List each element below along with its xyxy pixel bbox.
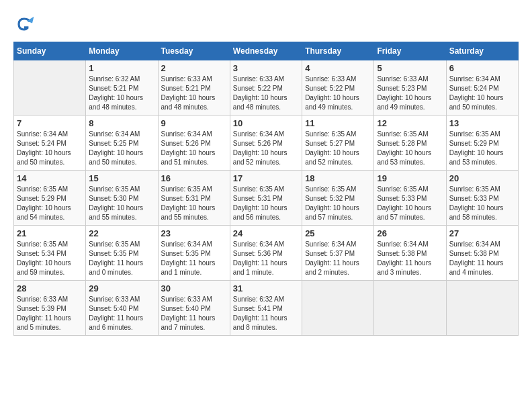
calendar-week-row: 7Sunrise: 6:34 AMSunset: 5:24 PMDaylight… — [14, 116, 519, 171]
calendar-cell: 21Sunrise: 6:35 AMSunset: 5:34 PMDayligh… — [14, 226, 86, 281]
day-info: Sunrise: 6:35 AMSunset: 5:31 PMDaylight:… — [233, 185, 299, 222]
day-number: 26 — [377, 228, 443, 238]
day-number: 18 — [305, 173, 371, 183]
weekday-row: SundayMondayTuesdayWednesdayThursdayFrid… — [14, 42, 519, 60]
calendar-cell — [14, 60, 86, 116]
calendar-cell: 14Sunrise: 6:35 AMSunset: 5:29 PMDayligh… — [14, 171, 86, 226]
day-number: 8 — [89, 118, 154, 128]
day-info: Sunrise: 6:35 AMSunset: 5:34 PMDaylight:… — [17, 240, 83, 277]
calendar-cell: 6Sunrise: 6:34 AMSunset: 5:24 PMDaylight… — [446, 60, 518, 116]
calendar-cell: 18Sunrise: 6:35 AMSunset: 5:32 PMDayligh… — [302, 171, 374, 226]
day-number: 5 — [377, 63, 443, 73]
day-number: 9 — [161, 118, 227, 128]
day-info: Sunrise: 6:33 AMSunset: 5:40 PMDaylight:… — [161, 295, 227, 332]
calendar-week-row: 14Sunrise: 6:35 AMSunset: 5:29 PMDayligh… — [14, 171, 519, 226]
day-number: 31 — [233, 283, 299, 293]
day-info: Sunrise: 6:32 AMSunset: 5:21 PMDaylight:… — [89, 75, 154, 112]
calendar-cell: 4Sunrise: 6:33 AMSunset: 5:22 PMDaylight… — [302, 60, 374, 116]
day-info: Sunrise: 6:33 AMSunset: 5:39 PMDaylight:… — [17, 295, 83, 332]
day-info: Sunrise: 6:33 AMSunset: 5:21 PMDaylight:… — [161, 75, 227, 112]
calendar-cell: 9Sunrise: 6:34 AMSunset: 5:26 PMDaylight… — [158, 116, 230, 171]
day-info: Sunrise: 6:33 AMSunset: 5:40 PMDaylight:… — [89, 295, 154, 332]
day-number: 25 — [305, 228, 371, 238]
day-number: 20 — [449, 173, 515, 183]
logo — [13, 13, 38, 35]
day-info: Sunrise: 6:34 AMSunset: 5:26 PMDaylight:… — [161, 130, 227, 167]
calendar-cell: 8Sunrise: 6:34 AMSunset: 5:25 PMDaylight… — [86, 116, 158, 171]
calendar-cell: 23Sunrise: 6:34 AMSunset: 5:35 PMDayligh… — [158, 226, 230, 281]
day-info: Sunrise: 6:34 AMSunset: 5:38 PMDaylight:… — [449, 240, 515, 277]
day-number: 15 — [89, 173, 154, 183]
day-info: Sunrise: 6:32 AMSunset: 5:41 PMDaylight:… — [233, 295, 299, 332]
day-info: Sunrise: 6:33 AMSunset: 5:22 PMDaylight:… — [305, 75, 371, 112]
day-info: Sunrise: 6:35 AMSunset: 5:27 PMDaylight:… — [305, 130, 371, 167]
day-number: 3 — [233, 63, 299, 73]
day-number: 27 — [449, 228, 515, 238]
calendar-cell: 22Sunrise: 6:35 AMSunset: 5:35 PMDayligh… — [86, 226, 158, 281]
day-number: 21 — [17, 228, 83, 238]
day-number: 28 — [17, 283, 83, 293]
day-number: 14 — [17, 173, 83, 183]
day-info: Sunrise: 6:34 AMSunset: 5:24 PMDaylight:… — [449, 75, 515, 112]
day-info: Sunrise: 6:35 AMSunset: 5:28 PMDaylight:… — [377, 130, 443, 167]
day-info: Sunrise: 6:35 AMSunset: 5:33 PMDaylight:… — [377, 185, 443, 222]
weekday-header: Tuesday — [158, 42, 230, 60]
header — [13, 13, 519, 35]
calendar-cell — [302, 281, 374, 336]
calendar-cell: 27Sunrise: 6:34 AMSunset: 5:38 PMDayligh… — [446, 226, 518, 281]
day-info: Sunrise: 6:35 AMSunset: 5:31 PMDaylight:… — [161, 185, 227, 222]
day-number: 10 — [233, 118, 299, 128]
calendar-cell: 13Sunrise: 6:35 AMSunset: 5:29 PMDayligh… — [446, 116, 518, 171]
day-number: 6 — [449, 63, 515, 73]
day-number: 7 — [17, 118, 83, 128]
calendar-body: 1Sunrise: 6:32 AMSunset: 5:21 PMDaylight… — [14, 60, 519, 336]
day-info: Sunrise: 6:35 AMSunset: 5:32 PMDaylight:… — [305, 185, 371, 222]
calendar-cell: 25Sunrise: 6:34 AMSunset: 5:37 PMDayligh… — [302, 226, 374, 281]
day-number: 11 — [305, 118, 371, 128]
day-info: Sunrise: 6:34 AMSunset: 5:25 PMDaylight:… — [89, 130, 154, 167]
calendar-cell: 7Sunrise: 6:34 AMSunset: 5:24 PMDaylight… — [14, 116, 86, 171]
day-info: Sunrise: 6:34 AMSunset: 5:37 PMDaylight:… — [305, 240, 371, 277]
calendar-week-row: 28Sunrise: 6:33 AMSunset: 5:39 PMDayligh… — [14, 281, 519, 336]
calendar-cell: 20Sunrise: 6:35 AMSunset: 5:33 PMDayligh… — [446, 171, 518, 226]
day-number: 23 — [161, 228, 227, 238]
calendar-cell: 15Sunrise: 6:35 AMSunset: 5:30 PMDayligh… — [86, 171, 158, 226]
calendar-cell: 10Sunrise: 6:34 AMSunset: 5:26 PMDayligh… — [230, 116, 302, 171]
day-info: Sunrise: 6:34 AMSunset: 5:36 PMDaylight:… — [233, 240, 299, 277]
calendar-week-row: 1Sunrise: 6:32 AMSunset: 5:21 PMDaylight… — [14, 60, 519, 116]
calendar-cell: 26Sunrise: 6:34 AMSunset: 5:38 PMDayligh… — [374, 226, 446, 281]
logo-icon — [13, 13, 35, 35]
day-number: 24 — [233, 228, 299, 238]
day-number: 19 — [377, 173, 443, 183]
weekday-header: Wednesday — [230, 42, 302, 60]
weekday-header: Sunday — [14, 42, 86, 60]
weekday-header: Saturday — [446, 42, 518, 60]
weekday-header: Monday — [86, 42, 158, 60]
calendar-cell: 19Sunrise: 6:35 AMSunset: 5:33 PMDayligh… — [374, 171, 446, 226]
calendar-header: SundayMondayTuesdayWednesdayThursdayFrid… — [14, 42, 519, 60]
calendar-cell: 31Sunrise: 6:32 AMSunset: 5:41 PMDayligh… — [230, 281, 302, 336]
day-number: 13 — [449, 118, 515, 128]
day-number: 30 — [161, 283, 227, 293]
calendar-cell: 2Sunrise: 6:33 AMSunset: 5:21 PMDaylight… — [158, 60, 230, 116]
day-info: Sunrise: 6:35 AMSunset: 5:29 PMDaylight:… — [449, 130, 515, 167]
calendar-cell: 3Sunrise: 6:33 AMSunset: 5:22 PMDaylight… — [230, 60, 302, 116]
weekday-header: Thursday — [302, 42, 374, 60]
day-number: 17 — [233, 173, 299, 183]
day-info: Sunrise: 6:34 AMSunset: 5:38 PMDaylight:… — [377, 240, 443, 277]
day-info: Sunrise: 6:35 AMSunset: 5:29 PMDaylight:… — [17, 185, 83, 222]
day-info: Sunrise: 6:34 AMSunset: 5:26 PMDaylight:… — [233, 130, 299, 167]
day-info: Sunrise: 6:34 AMSunset: 5:24 PMDaylight:… — [17, 130, 83, 167]
calendar-cell: 1Sunrise: 6:32 AMSunset: 5:21 PMDaylight… — [86, 60, 158, 116]
day-info: Sunrise: 6:34 AMSunset: 5:35 PMDaylight:… — [161, 240, 227, 277]
day-number: 29 — [89, 283, 154, 293]
weekday-header: Friday — [374, 42, 446, 60]
calendar-week-row: 21Sunrise: 6:35 AMSunset: 5:34 PMDayligh… — [14, 226, 519, 281]
calendar-cell: 11Sunrise: 6:35 AMSunset: 5:27 PMDayligh… — [302, 116, 374, 171]
calendar-cell: 5Sunrise: 6:33 AMSunset: 5:23 PMDaylight… — [374, 60, 446, 116]
day-info: Sunrise: 6:33 AMSunset: 5:22 PMDaylight:… — [233, 75, 299, 112]
calendar-cell: 16Sunrise: 6:35 AMSunset: 5:31 PMDayligh… — [158, 171, 230, 226]
day-number: 2 — [161, 63, 227, 73]
calendar-cell: 28Sunrise: 6:33 AMSunset: 5:39 PMDayligh… — [14, 281, 86, 336]
calendar-cell: 30Sunrise: 6:33 AMSunset: 5:40 PMDayligh… — [158, 281, 230, 336]
